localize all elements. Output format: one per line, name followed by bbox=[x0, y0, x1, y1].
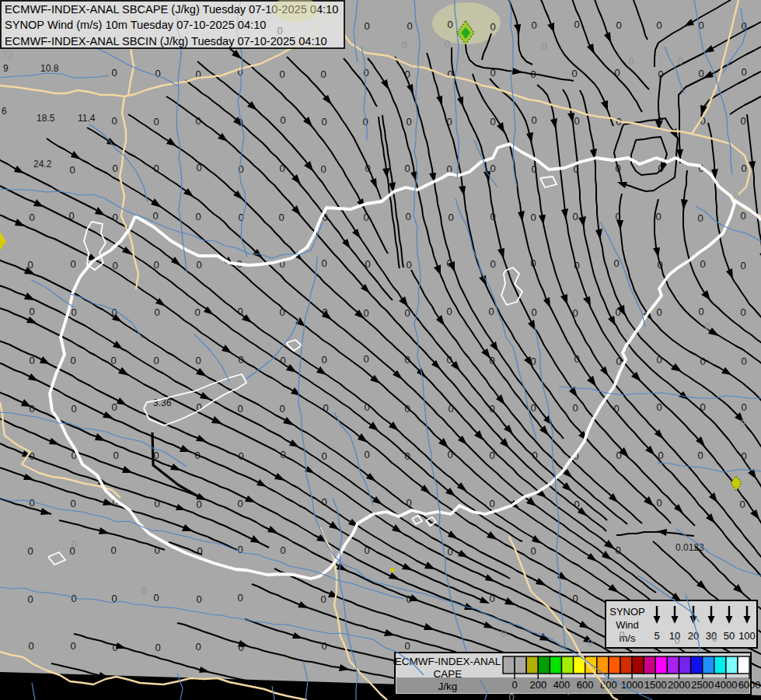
svg-text:0: 0 bbox=[279, 68, 285, 80]
svg-text:0: 0 bbox=[741, 66, 746, 78]
svg-text:0: 0 bbox=[154, 498, 159, 509]
svg-text:0: 0 bbox=[446, 116, 452, 128]
svg-text:6000: 6000 bbox=[738, 679, 761, 691]
svg-text:0: 0 bbox=[448, 212, 453, 223]
svg-text:0: 0 bbox=[321, 496, 326, 508]
svg-text:0: 0 bbox=[196, 593, 201, 605]
svg-text:0: 0 bbox=[321, 354, 326, 366]
svg-text:0: 0 bbox=[237, 306, 243, 317]
svg-text:0: 0 bbox=[70, 640, 75, 652]
svg-text:0: 0 bbox=[406, 259, 411, 271]
svg-text:0: 0 bbox=[619, 629, 624, 641]
svg-text:0: 0 bbox=[28, 640, 33, 652]
svg-text:0: 0 bbox=[677, 55, 682, 67]
svg-text:9: 9 bbox=[3, 63, 9, 74]
svg-text:0: 0 bbox=[700, 355, 705, 367]
svg-text:0: 0 bbox=[196, 499, 201, 510]
svg-text:0: 0 bbox=[658, 68, 663, 80]
svg-text:0: 0 bbox=[29, 212, 34, 223]
svg-text:0: 0 bbox=[196, 162, 201, 173]
svg-text:0: 0 bbox=[71, 403, 76, 415]
svg-text:0: 0 bbox=[153, 355, 159, 366]
svg-text:0: 0 bbox=[69, 164, 75, 176]
svg-text:0: 0 bbox=[112, 212, 117, 223]
svg-text:0: 0 bbox=[364, 401, 369, 413]
svg-text:0: 0 bbox=[447, 449, 452, 460]
svg-text:0: 0 bbox=[407, 20, 412, 32]
svg-text:0: 0 bbox=[572, 211, 578, 222]
svg-text:0: 0 bbox=[446, 306, 452, 317]
svg-text:0: 0 bbox=[153, 259, 159, 271]
svg-text:0: 0 bbox=[194, 450, 200, 461]
svg-text:0: 0 bbox=[656, 497, 662, 509]
svg-text:0: 0 bbox=[365, 258, 370, 270]
svg-text:1500: 1500 bbox=[644, 679, 667, 691]
svg-text:0: 0 bbox=[404, 450, 410, 462]
svg-text:0: 0 bbox=[320, 163, 326, 175]
svg-text:0: 0 bbox=[657, 259, 662, 271]
svg-text:0: 0 bbox=[655, 211, 661, 222]
svg-text:4000: 4000 bbox=[714, 679, 737, 691]
svg-text:0: 0 bbox=[280, 114, 285, 126]
svg-text:0: 0 bbox=[615, 544, 620, 556]
svg-text:0: 0 bbox=[740, 115, 745, 127]
svg-text:0: 0 bbox=[278, 212, 284, 223]
svg-text:0: 0 bbox=[698, 68, 703, 79]
svg-text:0: 0 bbox=[111, 115, 117, 127]
svg-text:0: 0 bbox=[531, 114, 536, 126]
svg-text:0: 0 bbox=[698, 306, 703, 317]
svg-text:0: 0 bbox=[490, 21, 495, 33]
svg-text:0: 0 bbox=[29, 403, 34, 415]
svg-text:0: 0 bbox=[153, 592, 159, 604]
svg-text:0: 0 bbox=[111, 67, 117, 79]
svg-text:0: 0 bbox=[531, 19, 536, 31]
svg-text:0: 0 bbox=[501, 628, 506, 639]
svg-text:0: 0 bbox=[405, 211, 410, 222]
svg-text:0: 0 bbox=[446, 354, 452, 366]
svg-text:0: 0 bbox=[490, 258, 495, 270]
svg-text:0: 0 bbox=[29, 355, 34, 366]
svg-text:0: 0 bbox=[71, 538, 76, 550]
svg-text:0: 0 bbox=[155, 68, 160, 79]
svg-text:0: 0 bbox=[404, 354, 410, 366]
svg-text:0: 0 bbox=[565, 685, 571, 697]
svg-text:0: 0 bbox=[574, 353, 579, 365]
svg-text:CAPE: CAPE bbox=[434, 668, 463, 680]
svg-text:0: 0 bbox=[613, 403, 619, 415]
svg-text:0: 0 bbox=[447, 19, 452, 30]
svg-text:0: 0 bbox=[574, 260, 579, 271]
svg-text:0: 0 bbox=[656, 354, 662, 366]
svg-text:0: 0 bbox=[141, 585, 146, 597]
svg-text:0: 0 bbox=[404, 163, 410, 174]
svg-text:0: 0 bbox=[697, 212, 703, 224]
svg-text:0: 0 bbox=[674, 635, 679, 646]
svg-text:0: 0 bbox=[196, 259, 201, 271]
svg-text:0: 0 bbox=[490, 116, 495, 128]
svg-text:0: 0 bbox=[700, 258, 705, 270]
svg-text:0: 0 bbox=[197, 545, 202, 557]
svg-text:0: 0 bbox=[656, 401, 662, 413]
svg-text:200: 200 bbox=[529, 679, 546, 691]
svg-text:0: 0 bbox=[531, 306, 536, 318]
svg-text:0: 0 bbox=[574, 115, 579, 127]
svg-text:0: 0 bbox=[322, 306, 327, 318]
svg-text:0: 0 bbox=[238, 642, 243, 653]
svg-text:SYNOP Wind (m/s) 10m Tuesday 0: SYNOP Wind (m/s) 10m Tuesday 07-10-2025 … bbox=[5, 19, 266, 31]
svg-text:0: 0 bbox=[195, 115, 201, 127]
svg-text:0: 0 bbox=[658, 450, 663, 461]
svg-text:0: 0 bbox=[110, 355, 116, 366]
svg-text:0: 0 bbox=[321, 257, 326, 269]
svg-text:0: 0 bbox=[614, 67, 620, 79]
svg-text:24.2: 24.2 bbox=[33, 159, 52, 170]
svg-text:0: 0 bbox=[404, 307, 410, 319]
svg-text:0: 0 bbox=[70, 498, 75, 509]
svg-text:0: 0 bbox=[574, 499, 579, 510]
svg-text:0: 0 bbox=[530, 68, 536, 80]
svg-text:0: 0 bbox=[530, 545, 536, 557]
svg-text:0: 0 bbox=[112, 642, 117, 653]
svg-text:0: 0 bbox=[27, 259, 33, 271]
svg-text:0: 0 bbox=[740, 306, 745, 318]
svg-text:0: 0 bbox=[541, 40, 546, 52]
svg-text:0: 0 bbox=[279, 306, 285, 318]
svg-text:2500: 2500 bbox=[691, 679, 714, 691]
